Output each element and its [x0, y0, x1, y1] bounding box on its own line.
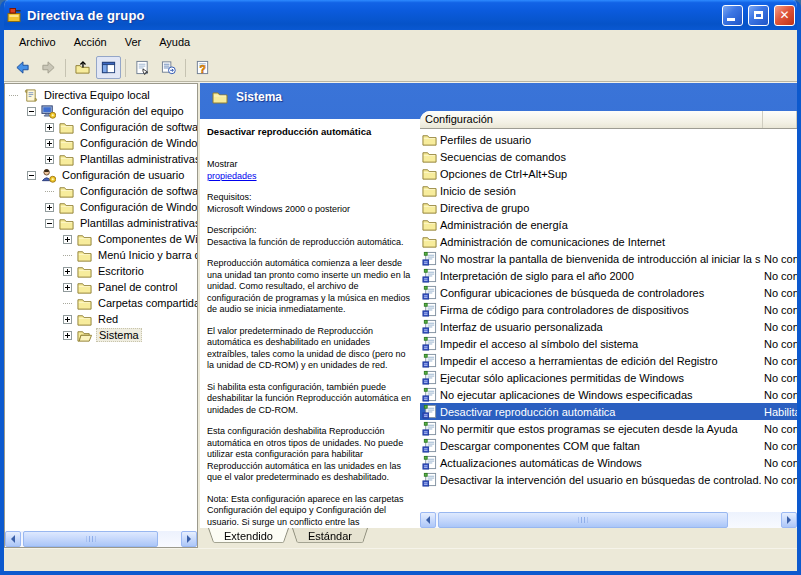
tree-item[interactable]: Sistema	[5, 327, 197, 343]
settings-list-row[interactable]: No permitir que estos programas se ejecu…	[420, 420, 797, 437]
show-console-tree-icon	[101, 60, 116, 75]
expand-plus-icon[interactable]	[45, 123, 54, 132]
settings-list-row[interactable]: Impedir el acceso a herramientas de edic…	[420, 352, 797, 369]
collapse-minus-icon[interactable]	[27, 107, 36, 116]
expand-plus-icon[interactable]	[63, 315, 72, 324]
settings-list-row[interactable]: No mostrar la pantalla de bienvenida de …	[420, 250, 797, 267]
console-tree-panel: Directiva Equipo localConfiguración del …	[4, 83, 198, 548]
setting-status-cell: No configurada	[761, 389, 797, 401]
settings-list-row[interactable]: Desactivar reproducción automáticaHabili…	[420, 403, 797, 420]
collapse-minus-icon[interactable]	[27, 171, 36, 180]
menu-ver[interactable]: Ver	[116, 33, 151, 51]
settings-list-row[interactable]: Secuencias de comandos	[420, 148, 797, 165]
settings-list-row[interactable]: Desactivar la intervención del usuario e…	[420, 471, 797, 488]
setting-name-cell: Secuencias de comandos	[420, 149, 761, 164]
tree-item[interactable]: Menú Inicio y barra de tareas	[5, 247, 197, 263]
settings-list-row[interactable]: Impedir el acceso al símbolo del sistema…	[420, 335, 797, 352]
tree-item[interactable]: Panel de control	[5, 279, 197, 295]
settings-list-row[interactable]: Opciones de Ctrl+Alt+Sup	[420, 165, 797, 182]
settings-list-row[interactable]: Directiva de grupo	[420, 199, 797, 216]
scrollbar-track[interactable]	[436, 512, 781, 528]
settings-list-row[interactable]: Interpretación de siglo para el año 2000…	[420, 267, 797, 284]
tree-item[interactable]: Configuración de Windows	[5, 199, 197, 215]
tree-item[interactable]: Configuración de software	[5, 119, 197, 135]
folder-icon	[77, 232, 92, 247]
export-list-button[interactable]	[156, 56, 181, 79]
tree-item[interactable]: Red	[5, 311, 197, 327]
settings-list-row[interactable]: Ejecutar sólo aplicaciones permitidas de…	[420, 369, 797, 386]
settings-list-row[interactable]: Descargar componentes COM que faltanNo c…	[420, 437, 797, 454]
menu-archivo[interactable]: Archivo	[10, 33, 65, 51]
expand-plus-icon[interactable]	[63, 283, 72, 292]
menubar: ArchivoAcciónVerAyuda	[4, 30, 797, 54]
help-button[interactable]	[190, 56, 215, 79]
tree-item[interactable]: Configuración de usuario	[5, 167, 197, 183]
list-column-header: Configuración	[420, 111, 797, 129]
menu-ayuda[interactable]: Ayuda	[150, 33, 199, 51]
settings-list-row[interactable]: Configurar ubicaciones de búsqueda de co…	[420, 284, 797, 301]
column-header-status[interactable]	[763, 111, 797, 128]
tree-item[interactable]: Directiva Equipo local	[5, 87, 197, 103]
properties-button[interactable]	[130, 56, 155, 79]
tree-item[interactable]: Configuración del equipo	[5, 103, 197, 119]
expand-plus-icon[interactable]	[45, 139, 54, 148]
tree-horizontal-scrollbar[interactable]	[5, 531, 197, 547]
list-horizontal-scrollbar[interactable]	[420, 512, 797, 528]
settings-list-row[interactable]: Administración de comunicaciones de Inte…	[420, 233, 797, 250]
tab-estandar[interactable]: Estándar	[292, 528, 368, 545]
maximize-button[interactable]	[748, 5, 769, 26]
settings-list-row[interactable]: Perfiles de usuario	[420, 131, 797, 148]
description-paragraph: El valor predeterminado de Reproducción …	[207, 326, 413, 372]
menu-accion[interactable]: Acción	[65, 33, 116, 51]
back-button[interactable]	[10, 56, 35, 79]
column-header-configuracion[interactable]: Configuración	[420, 111, 763, 128]
expand-plus-icon[interactable]	[63, 267, 72, 276]
expand-plus-icon[interactable]	[45, 155, 54, 164]
titlebar[interactable]: Directiva de grupo ✕	[0, 0, 801, 30]
setting-title: Desactivar reproducción automática	[207, 126, 413, 138]
expand-plus-icon[interactable]	[45, 203, 54, 212]
scrollbar-thumb[interactable]	[438, 512, 728, 528]
policy-icon	[422, 251, 437, 266]
tree-item[interactable]: Carpetas compartidas	[5, 295, 197, 311]
settings-list-row[interactable]: Actualizaciones automáticas de WindowsNo…	[420, 454, 797, 471]
setting-name-cell: Directiva de grupo	[420, 200, 761, 215]
show-properties-line: Mostrar propiedades	[207, 148, 413, 183]
folder-icon	[422, 149, 437, 164]
scroll-left-button[interactable]	[5, 531, 21, 547]
tree-item-label: Menú Inicio y barra de tareas	[96, 249, 197, 261]
settings-list-row[interactable]: Interfaz de usuario personalizadaNo conf…	[420, 318, 797, 335]
up-one-level-button[interactable]	[70, 56, 95, 79]
forward-button[interactable]	[36, 56, 61, 79]
setting-name-cell: Administración de comunicaciones de Inte…	[420, 234, 761, 249]
folder-icon	[422, 183, 437, 198]
settings-list-row[interactable]: Inicio de sesión	[420, 182, 797, 199]
setting-status-cell: No configurada	[761, 474, 797, 486]
scroll-right-button[interactable]	[781, 512, 797, 528]
policy-icon	[422, 370, 437, 385]
tab-extendido[interactable]: Extendido	[208, 528, 289, 545]
close-button[interactable]: ✕	[774, 5, 795, 26]
scrollbar-thumb[interactable]	[23, 531, 158, 547]
description-paragraph: Reproducción automática comienza a leer …	[207, 258, 413, 316]
settings-list-row[interactable]: Administración de energía	[420, 216, 797, 233]
tree-item[interactable]: Plantillas administrativas	[5, 151, 197, 167]
tree-item[interactable]: Escritorio	[5, 263, 197, 279]
collapse-minus-icon[interactable]	[45, 219, 54, 228]
scroll-left-button[interactable]	[420, 512, 436, 528]
settings-list-row[interactable]: Firma de código para controladores de di…	[420, 301, 797, 318]
show-console-tree-button[interactable]	[96, 56, 121, 79]
settings-list-row[interactable]: No ejecutar aplicaciones de Windows espe…	[420, 386, 797, 403]
tree-item[interactable]: Componentes de Windows	[5, 231, 197, 247]
minimize-button[interactable]	[722, 5, 743, 26]
policy-icon	[422, 353, 437, 368]
scrollbar-track[interactable]	[21, 531, 181, 547]
tree-item-label: Escritorio	[96, 265, 146, 277]
properties-link[interactable]: propiedades	[207, 171, 257, 181]
tree-item[interactable]: Plantillas administrativas	[5, 215, 197, 231]
tree-item[interactable]: Configuración de software	[5, 183, 197, 199]
expand-plus-icon[interactable]	[63, 235, 72, 244]
expand-plus-icon[interactable]	[63, 331, 72, 340]
tree-item[interactable]: Configuración de Windows	[5, 135, 197, 151]
scroll-right-button[interactable]	[181, 531, 197, 547]
